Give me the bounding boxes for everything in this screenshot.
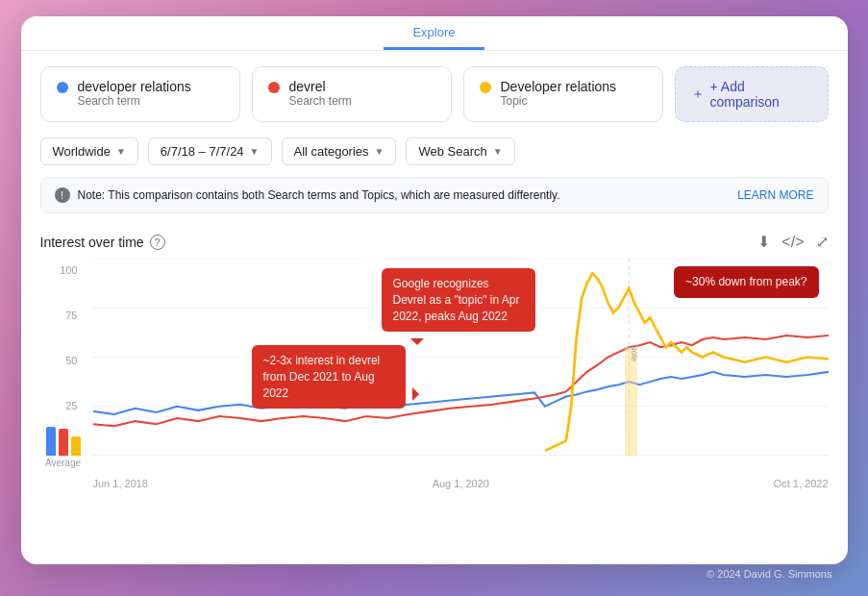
copyright-text: © 2024 David G. Simmons — [21, 564, 848, 580]
chart-header: Interest over time ? ⬇ </> ⤢ — [40, 233, 829, 251]
search-terms-row: developer relations Search term devrel S… — [21, 51, 848, 130]
term-type-3: Topic — [501, 94, 617, 108]
chart-title-text: Interest over time — [40, 235, 144, 250]
term-card-3[interactable]: Developer relations Topic — [463, 66, 663, 122]
svg-text:Note: Note — [629, 345, 638, 362]
location-label: Worldwide — [53, 144, 111, 159]
avg-bars — [46, 417, 81, 456]
tab-explore[interactable]: Explore — [384, 25, 484, 50]
x-axis: Jun 1, 2018 Aug 1, 2020 Oct 1, 2022 — [93, 478, 829, 489]
dot-red — [268, 82, 280, 93]
term-name-2: devrel — [289, 79, 352, 94]
term-info-1: developer relations Search term — [78, 79, 191, 108]
annotation-interest: ~2-3x interest in devrel from Dec 2021 t… — [252, 345, 406, 409]
avg-label: Average — [45, 458, 81, 468]
category-arrow-icon: ▼ — [375, 146, 384, 157]
date-arrow-icon: ▼ — [250, 146, 260, 157]
annotation-text-2: ~2-3x interest in devrel from Dec 2021 t… — [263, 354, 381, 400]
avg-bar-red — [59, 429, 68, 456]
add-comparison-button[interactable]: ＋ + Add comparison — [675, 66, 829, 122]
term-card-1[interactable]: developer relations Search term — [40, 66, 240, 122]
search-type-filter[interactable]: Web Search ▼ — [406, 137, 514, 165]
note-message: Note: This comparison contains both Sear… — [78, 188, 560, 202]
arrow-down-1 — [410, 338, 424, 345]
category-label: All categories — [294, 144, 369, 159]
svg-rect-6 — [624, 347, 636, 456]
dot-blue — [57, 82, 68, 93]
annotation-text-1: Google recognizes Devrel as a "topic" in… — [393, 277, 520, 323]
tab-bar: Explore — [21, 16, 848, 51]
y-label-50: 50 — [40, 355, 84, 366]
term-name-1: developer relations — [78, 79, 191, 94]
annotation-text-3: ~30% down from peak? — [685, 275, 806, 288]
yellow-line — [544, 273, 828, 451]
y-label-25: 25 — [40, 400, 84, 411]
annotation-down-peak: ~30% down from peak? — [674, 266, 818, 298]
term-type-2: Search term — [289, 94, 352, 108]
term-info-3: Developer relations Topic — [501, 79, 617, 108]
avg-bar-yellow — [71, 436, 81, 456]
red-line — [93, 335, 829, 426]
arrow-right-2 — [412, 387, 419, 401]
date-range-label: 6/7/18 – 7/7/24 — [161, 144, 244, 159]
chart-icons-container: ⬇ </> ⤢ — [757, 233, 828, 251]
term-info-2: devrel Search term — [289, 79, 352, 108]
chart-container: 100 75 50 25 Average — [40, 259, 829, 489]
search-type-label: Web Search — [418, 144, 486, 159]
filters-row: Worldwide ▼ 6/7/18 – 7/7/24 ▼ All catego… — [21, 130, 848, 177]
x-label-3: Oct 1, 2022 — [774, 478, 829, 489]
share-icon[interactable]: ⤢ — [816, 233, 829, 251]
avg-bar-blue — [46, 427, 56, 456]
plus-icon: ＋ — [691, 86, 705, 103]
term-name-3: Developer relations — [501, 79, 617, 94]
chart-section: Interest over time ? ⬇ </> ⤢ 100 75 50 2… — [40, 223, 829, 499]
location-arrow-icon: ▼ — [116, 146, 126, 157]
category-filter[interactable]: All categories ▼ — [282, 137, 397, 165]
embed-icon[interactable]: </> — [781, 234, 804, 251]
dot-yellow — [480, 82, 491, 93]
location-filter[interactable]: Worldwide ▼ — [40, 137, 138, 165]
help-icon[interactable]: ? — [150, 235, 165, 250]
average-bar-container: Average — [40, 417, 87, 468]
chart-title-container: Interest over time ? — [40, 235, 165, 250]
info-icon: ! — [55, 187, 70, 203]
x-label-1: Jun 1, 2018 — [93, 478, 149, 489]
date-range-filter[interactable]: 6/7/18 – 7/7/24 ▼ — [148, 137, 272, 165]
add-comparison-label: + Add comparison — [710, 79, 812, 110]
y-label-75: 75 — [40, 310, 84, 321]
card: Explore developer relations Search term … — [21, 16, 848, 564]
x-label-2: Aug 1, 2020 — [433, 478, 489, 489]
term-card-2[interactable]: devrel Search term — [252, 66, 452, 122]
note-text-container: ! Note: This comparison contains both Se… — [55, 187, 560, 203]
download-icon[interactable]: ⬇ — [757, 233, 770, 251]
annotation-google-topic: Google recognizes Devrel as a "topic" in… — [382, 268, 535, 332]
learn-more-link[interactable]: LEARN MORE — [737, 188, 813, 202]
y-label-100: 100 — [40, 264, 84, 276]
term-type-1: Search term — [78, 94, 191, 108]
note-bar: ! Note: This comparison contains both Se… — [40, 177, 829, 213]
main-background: Explore developer relations Search term … — [21, 16, 848, 580]
search-type-arrow-icon: ▼ — [493, 146, 503, 157]
